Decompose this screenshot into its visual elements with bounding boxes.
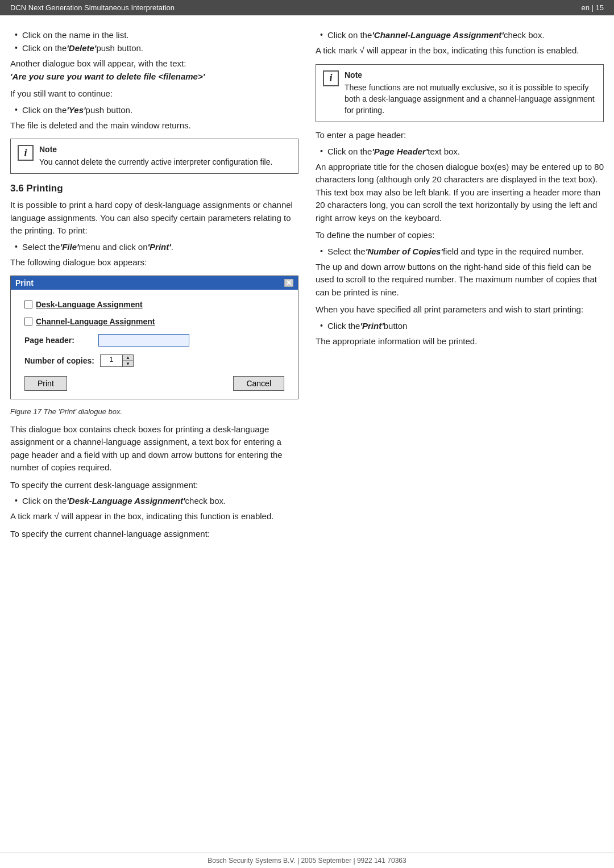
right-para-6: When you have specified all print parame… bbox=[316, 303, 604, 316]
right-bullet-list-4: Click the 'Print' button bbox=[316, 321, 604, 331]
bullet-list-4: Click on the 'Desk-Language Assignment' … bbox=[10, 496, 298, 506]
note-box-1: i Note You cannot delete the currently a… bbox=[10, 139, 298, 174]
note-content-1: Note You cannot delete the currently act… bbox=[39, 145, 272, 168]
footer-text: Bosch Security Systems B.V. | 2005 Septe… bbox=[208, 857, 406, 865]
page-header-input[interactable] bbox=[98, 334, 189, 347]
section-heading: 3.6 Printing bbox=[10, 183, 298, 194]
page-header-row: Page header: bbox=[24, 334, 284, 347]
copies-input[interactable]: 1 bbox=[100, 354, 123, 367]
page-header-label: Page header: bbox=[24, 336, 93, 345]
note-text-2: These functions are not mutually exclusi… bbox=[345, 82, 596, 116]
checkbox-label-1[interactable]: Desk-Language Assignment bbox=[24, 300, 143, 309]
left-column: Click on the name in the list. Click on … bbox=[10, 26, 298, 545]
list-item: Select the 'Number of Copies' field and … bbox=[316, 247, 604, 256]
list-item: Click on the 'Page Header' text box. bbox=[316, 147, 604, 156]
copies-row: Number of copies: 1 ▲ ▼ bbox=[24, 354, 284, 367]
arrow-up-button[interactable]: ▲ bbox=[123, 355, 133, 361]
note-title-1: Note bbox=[39, 145, 272, 154]
number-field-wrap: 1 ▲ ▼ bbox=[100, 354, 134, 367]
checkbox-desk-lang[interactable] bbox=[24, 301, 32, 308]
bullet-list-2: Click on the 'Yes' push button. bbox=[10, 105, 298, 115]
dialog-buttons: Print Cancel bbox=[24, 376, 284, 391]
para-1: Another dialogue box will appear, with t… bbox=[10, 57, 298, 83]
header-title: DCN Next Generation Simultaneous Interpr… bbox=[10, 3, 175, 12]
figure-caption: Figure 17 The 'Print' dialogue box. bbox=[10, 406, 298, 418]
checkbox-row-2: Channel-Language Assignment bbox=[24, 317, 284, 326]
right-para-3: An appropriate title for the chosen dial… bbox=[316, 161, 604, 225]
para-5: This dialogue box contains check boxes f… bbox=[10, 423, 298, 474]
right-para-2: To enter a page header: bbox=[316, 129, 604, 142]
checkbox-2-label: Channel-Language Assignment bbox=[36, 317, 155, 326]
para-3: The file is deleted and the main window … bbox=[10, 119, 298, 132]
checkbox-channel-lang[interactable] bbox=[24, 318, 32, 326]
para-4: The following dialogue box appears: bbox=[10, 256, 298, 269]
list-item: Click on the 'Desk-Language Assignment' … bbox=[10, 496, 298, 506]
para-2: If you still want to continue: bbox=[10, 87, 298, 101]
list-item: Select the 'File' menu and click on 'Pri… bbox=[10, 242, 298, 252]
number-arrows: ▲ ▼ bbox=[123, 354, 134, 367]
cancel-button[interactable]: Cancel bbox=[233, 376, 284, 391]
arrow-down-button[interactable]: ▼ bbox=[123, 361, 133, 366]
bullet-list-1: Click on the name in the list. Click on … bbox=[10, 30, 298, 53]
page-header: DCN Next Generation Simultaneous Interpr… bbox=[0, 0, 614, 15]
para-7: A tick mark √ will appear in the box, in… bbox=[10, 510, 298, 523]
dialog-title: Print bbox=[15, 278, 34, 287]
para-8: To specify the current channel-language … bbox=[10, 528, 298, 541]
note-text-1: You cannot delete the currently active i… bbox=[39, 156, 272, 168]
main-content: Click on the name in the list. Click on … bbox=[0, 15, 614, 579]
dialog-close-button[interactable]: ✕ bbox=[284, 279, 293, 287]
right-bullet-list-3: Select the 'Number of Copies' field and … bbox=[316, 247, 604, 256]
para-6: To specify the current desk-language ass… bbox=[10, 479, 298, 492]
right-bullet-list-1: Click on the 'Channel-Language Assignmen… bbox=[316, 30, 604, 40]
page-footer: Bosch Security Systems B.V. | 2005 Septe… bbox=[0, 853, 614, 868]
right-para-1: A tick mark √ will appear in the box, in… bbox=[316, 44, 604, 57]
right-para-4: To define the number of copies: bbox=[316, 229, 604, 242]
right-para-5: The up and down arrow buttons on the rig… bbox=[316, 261, 604, 299]
copies-label: Number of copies: bbox=[24, 356, 94, 365]
dialog-titlebar: Print ✕ bbox=[11, 276, 298, 290]
list-item: Click on the 'Yes' push button. bbox=[10, 105, 298, 115]
right-column: Click on the 'Channel-Language Assignmen… bbox=[316, 26, 604, 545]
list-item: Click on the 'Delete' push button. bbox=[10, 43, 298, 53]
right-bullet-list-2: Click on the 'Page Header' text box. bbox=[316, 147, 604, 156]
dialog-body: Desk-Language Assignment Channel-Languag… bbox=[11, 290, 298, 399]
note-box-2: i Note These functions are not mutually … bbox=[316, 64, 604, 123]
header-page: en | 15 bbox=[581, 3, 604, 12]
list-item: Click the 'Print' button bbox=[316, 321, 604, 331]
print-button[interactable]: Print bbox=[24, 376, 67, 391]
list-item: Click on the 'Channel-Language Assignmen… bbox=[316, 30, 604, 40]
note-icon-2: i bbox=[323, 70, 339, 86]
bullet-list-3: Select the 'File' menu and click on 'Pri… bbox=[10, 242, 298, 252]
checkbox-row-1: Desk-Language Assignment bbox=[24, 300, 284, 309]
note-content-2: Note These functions are not mutually ex… bbox=[345, 70, 596, 116]
right-para-7: The appropriate information will be prin… bbox=[316, 335, 604, 348]
note-icon-1: i bbox=[18, 145, 34, 161]
list-item: Click on the name in the list. bbox=[10, 30, 298, 40]
print-dialog: Print ✕ Desk-Language Assignment Channel… bbox=[10, 276, 298, 399]
checkbox-1-label: Desk-Language Assignment bbox=[36, 300, 143, 309]
section-para-1: It is possible to print a hard copy of d… bbox=[10, 199, 298, 237]
note-title-2: Note bbox=[345, 70, 596, 80]
checkbox-label-2[interactable]: Channel-Language Assignment bbox=[24, 317, 155, 326]
